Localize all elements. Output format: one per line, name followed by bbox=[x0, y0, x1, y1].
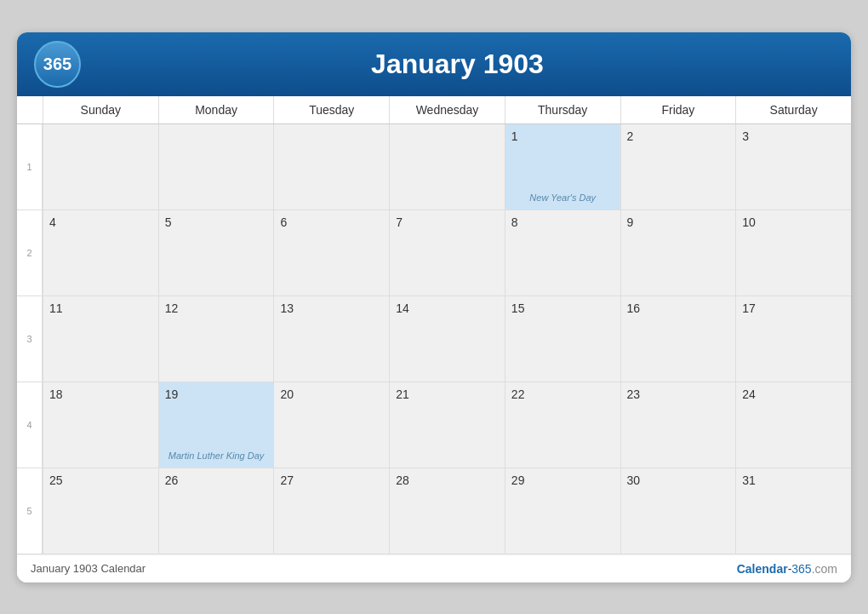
date-num-30: 30 bbox=[627, 473, 641, 487]
date-num-27: 27 bbox=[280, 473, 294, 487]
calendar-cell-w4-d2[interactable]: 20 bbox=[273, 382, 389, 468]
calendar-cell-w1-d2[interactable] bbox=[273, 124, 389, 209]
date-num-5: 5 bbox=[165, 215, 172, 229]
calendar-cell-w3-d3[interactable]: 14 bbox=[389, 296, 505, 382]
calendar-footer: January 1903 Calendar Calendar-365.com bbox=[17, 554, 851, 582]
date-num-9: 9 bbox=[627, 215, 634, 229]
date-num-11: 11 bbox=[49, 301, 63, 315]
logo-badge: 365 bbox=[34, 41, 81, 88]
calendar-cell-w4-d0[interactable]: 18 bbox=[43, 382, 158, 468]
date-num-2: 2 bbox=[627, 129, 634, 143]
calendar-cell-w2-d2[interactable]: 6 bbox=[273, 210, 389, 296]
week-number-2: 2 bbox=[17, 210, 43, 296]
calendar-cell-w3-d4[interactable]: 15 bbox=[505, 296, 620, 382]
calendar-cell-w1-d1[interactable] bbox=[158, 124, 274, 209]
calendar-cell-w3-d1[interactable]: 12 bbox=[158, 296, 274, 382]
calendar-cell-w5-d3[interactable]: 28 bbox=[389, 468, 505, 554]
date-num-25: 25 bbox=[49, 473, 63, 487]
date-num-31: 31 bbox=[742, 473, 756, 487]
week-row-2: 245678910 bbox=[17, 210, 851, 296]
day-header-saturday: Saturday bbox=[735, 96, 851, 123]
footer-dotcom: .com bbox=[812, 562, 837, 576]
date-num-24: 24 bbox=[742, 387, 756, 401]
holiday-label-1: New Year's Day bbox=[510, 192, 616, 203]
calendar-cell-w5-d0[interactable]: 25 bbox=[43, 468, 158, 554]
day-header-monday: Monday bbox=[158, 96, 274, 123]
calendar-cell-w3-d2[interactable]: 13 bbox=[273, 296, 389, 382]
week-row-3: 311121314151617 bbox=[17, 296, 851, 382]
calendar-cell-w5-d6[interactable]: 31 bbox=[735, 468, 851, 554]
calendar-cell-w2-d3[interactable]: 7 bbox=[389, 210, 505, 296]
day-header-tuesday: Tuesday bbox=[273, 96, 389, 123]
calendar-cell-w1-d5[interactable]: 2 bbox=[620, 124, 736, 209]
date-num-4: 4 bbox=[49, 215, 56, 229]
date-num-23: 23 bbox=[627, 387, 641, 401]
week-number-3: 3 bbox=[17, 296, 43, 382]
date-num-6: 6 bbox=[280, 215, 287, 229]
logo-text: 365 bbox=[43, 55, 71, 74]
date-num-22: 22 bbox=[511, 387, 525, 401]
week-number-4: 4 bbox=[17, 382, 43, 468]
header-title: January 1903 bbox=[81, 49, 834, 80]
week-row-5: 525262728293031 bbox=[17, 468, 851, 554]
day-header-wednesday: Wednesday bbox=[389, 96, 505, 123]
date-num-15: 15 bbox=[511, 301, 525, 315]
date-num-12: 12 bbox=[165, 301, 179, 315]
calendar-cell-w1-d6[interactable]: 3 bbox=[735, 124, 851, 209]
week-row-1: 11New Year's Day23 bbox=[17, 124, 851, 210]
calendar-cell-w5-d2[interactable]: 27 bbox=[273, 468, 389, 554]
calendar-cell-w4-d4[interactable]: 22 bbox=[505, 382, 620, 468]
calendar-cell-w2-d6[interactable]: 10 bbox=[735, 210, 851, 296]
calendar-cell-w2-d4[interactable]: 8 bbox=[505, 210, 620, 296]
calendar-cell-w3-d5[interactable]: 16 bbox=[620, 296, 736, 382]
calendar-cell-w1-d4[interactable]: 1New Year's Day bbox=[505, 124, 620, 209]
calendar-grid: 11New Year's Day232456789103111213141516… bbox=[17, 124, 851, 554]
date-num-13: 13 bbox=[280, 301, 294, 315]
date-num-16: 16 bbox=[627, 301, 641, 315]
day-header-sunday: Sunday bbox=[43, 96, 158, 123]
date-num-17: 17 bbox=[742, 301, 756, 315]
footer-left-label: January 1903 Calendar bbox=[31, 562, 146, 575]
calendar-cell-w5-d1[interactable]: 26 bbox=[158, 468, 274, 554]
date-num-28: 28 bbox=[396, 473, 409, 487]
date-num-20: 20 bbox=[280, 387, 294, 401]
calendar-cell-w5-d4[interactable]: 29 bbox=[505, 468, 620, 554]
date-num-1: 1 bbox=[511, 129, 518, 143]
week-number-1: 1 bbox=[17, 124, 43, 209]
date-num-19: 19 bbox=[165, 387, 179, 401]
calendar-cell-w4-d5[interactable]: 23 bbox=[620, 382, 736, 468]
footer-brand-365: 365 bbox=[791, 562, 811, 576]
date-num-10: 10 bbox=[742, 215, 756, 229]
date-num-29: 29 bbox=[511, 473, 525, 487]
week-number-5: 5 bbox=[17, 468, 43, 554]
date-num-3: 3 bbox=[742, 129, 749, 143]
calendar-cell-w2-d1[interactable]: 5 bbox=[158, 210, 274, 296]
calendar-cell-w5-d5[interactable]: 30 bbox=[620, 468, 736, 554]
date-num-14: 14 bbox=[396, 301, 409, 315]
footer-brand-cal: Calendar bbox=[737, 562, 788, 576]
calendar-cell-w4-d1[interactable]: 19Martin Luther King Day bbox=[158, 382, 274, 468]
date-num-26: 26 bbox=[165, 473, 179, 487]
calendar-cell-w3-d0[interactable]: 11 bbox=[43, 296, 158, 382]
footer-right-label: Calendar-365.com bbox=[737, 562, 837, 576]
date-num-18: 18 bbox=[49, 387, 63, 401]
date-num-7: 7 bbox=[396, 215, 403, 229]
week-row-4: 41819Martin Luther King Day2021222324 bbox=[17, 382, 851, 468]
calendar-container: 365 January 1903 Sunday Monday Tuesday W… bbox=[17, 32, 851, 582]
week-num-header-empty bbox=[17, 96, 43, 123]
date-num-8: 8 bbox=[511, 215, 518, 229]
calendar-cell-w4-d3[interactable]: 21 bbox=[389, 382, 505, 468]
holiday-label-19: Martin Luther King Day bbox=[163, 450, 270, 461]
days-header-row: Sunday Monday Tuesday Wednesday Thursday… bbox=[17, 96, 851, 124]
calendar-header: 365 January 1903 bbox=[17, 32, 851, 96]
calendar-cell-w2-d0[interactable]: 4 bbox=[43, 210, 158, 296]
calendar-cell-w3-d6[interactable]: 17 bbox=[735, 296, 851, 382]
date-num-21: 21 bbox=[396, 387, 409, 401]
day-header-thursday: Thursday bbox=[505, 96, 620, 123]
calendar-cell-w1-d0[interactable] bbox=[43, 124, 158, 209]
calendar-cell-w1-d3[interactable] bbox=[389, 124, 505, 209]
calendar-cell-w4-d6[interactable]: 24 bbox=[735, 382, 851, 468]
day-header-friday: Friday bbox=[620, 96, 736, 123]
calendar-cell-w2-d5[interactable]: 9 bbox=[620, 210, 736, 296]
